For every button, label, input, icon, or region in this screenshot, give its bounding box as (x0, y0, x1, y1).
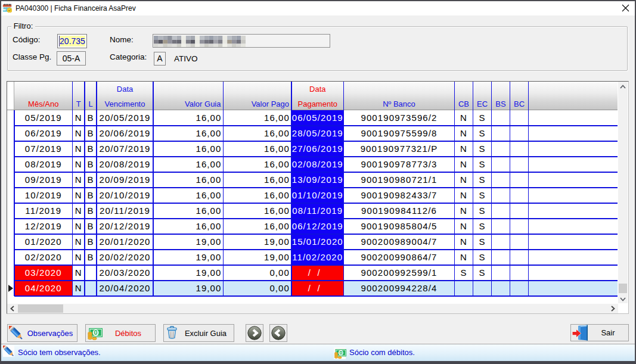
svg-text:0: 0 (339, 350, 342, 356)
svg-text:0: 0 (94, 329, 98, 336)
